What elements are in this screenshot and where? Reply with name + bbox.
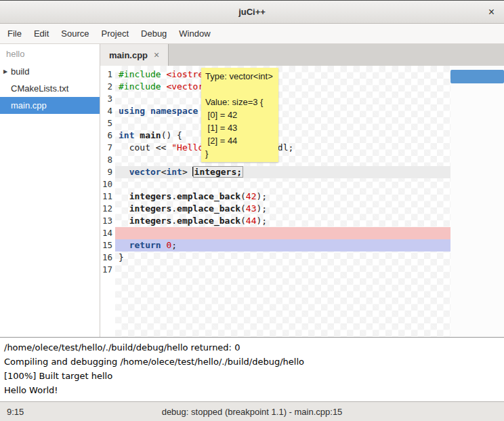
tooltip-line: [2] = 44	[205, 134, 274, 147]
cursor-position: 9:15	[7, 407, 24, 417]
tree-item-label: main.cpp	[11, 100, 47, 111]
code-area[interactable]: #include <iostream>#include <vector>usin…	[115, 66, 450, 337]
code-segment: vector	[129, 167, 161, 177]
code-line-8[interactable]	[115, 154, 450, 166]
file-tree: ▶buildCMakeLists.txtmain.cpp	[0, 63, 100, 114]
code-line-13[interactable]: integers.emplace_back(44);	[115, 215, 450, 227]
menubar: FileEditSourceProjectDebugWindow	[0, 24, 504, 44]
tab-main-cpp[interactable]: main.cpp ×	[100, 44, 169, 66]
tooltip-line: [0] = 42	[205, 108, 274, 121]
line-number: 2	[100, 81, 115, 93]
line-number: 5	[100, 117, 115, 129]
code-line-17[interactable]	[115, 264, 450, 276]
code-segment: emplace_back	[177, 203, 240, 214]
line-number: 13	[100, 215, 115, 227]
expander-icon[interactable]: ▶	[0, 68, 11, 75]
code-segment	[119, 167, 129, 177]
code-segment: 42	[246, 191, 257, 201]
code-line-1[interactable]: #include <iostream>	[115, 68, 450, 81]
tooltip-line: }	[205, 147, 274, 160]
code-segment: integers;	[193, 166, 243, 178]
code-segment: using	[119, 106, 145, 116]
titlebar[interactable]: juCi++ ×	[0, 1, 504, 24]
window-title: juCi++	[238, 7, 266, 17]
code-segment	[119, 203, 129, 214]
line-number: 15	[100, 239, 115, 252]
menu-window[interactable]: Window	[173, 24, 216, 43]
sidebar-item-main-cpp[interactable]: main.cpp	[0, 97, 100, 114]
debug-value-tooltip: Type: vector<int>Value: size=3 { [0] = 4…	[201, 68, 278, 162]
code-line-10[interactable]	[115, 178, 450, 191]
code-segment: main	[140, 130, 161, 140]
line-number: 7	[100, 142, 115, 154]
code-line-16[interactable]: }	[115, 252, 450, 264]
tab-close-icon[interactable]: ×	[154, 49, 159, 60]
code-segment	[119, 240, 129, 250]
code-segment	[145, 106, 150, 116]
scrollbar-thumb[interactable]	[450, 70, 504, 83]
code-segment: );	[257, 216, 268, 226]
menu-file[interactable]: File	[1, 24, 28, 43]
code-segment: #include	[119, 69, 166, 79]
tooltip-line	[205, 83, 274, 96]
code-segment: #include	[119, 81, 166, 92]
code-segment: (	[240, 191, 246, 201]
file-tree-sidebar: hello ▶buildCMakeLists.txtmain.cpp	[0, 44, 100, 337]
code-line-2[interactable]: #include <vector>	[115, 81, 450, 93]
code-segment: emplace_back	[177, 216, 240, 226]
scrollbar[interactable]	[450, 66, 504, 337]
sidebar-item-build[interactable]: ▶build	[0, 63, 100, 80]
code-line-4[interactable]: using namespace std;	[115, 105, 450, 117]
code-segment: .	[171, 191, 177, 201]
menu-source[interactable]: Source	[55, 24, 95, 43]
line-number: 11	[100, 191, 115, 203]
tabbar: main.cpp ×	[100, 44, 504, 66]
code-line-6[interactable]: int main() {	[115, 129, 450, 142]
statusbar: 9:15 debug: stopped (breakpoint 1.1) - m…	[0, 401, 504, 421]
tree-item-label: build	[11, 66, 29, 77]
code-segment: integers	[129, 216, 172, 226]
code-segment: >	[182, 167, 193, 177]
code-line-7[interactable]: cout << "Hello World!" << endl;	[115, 142, 450, 154]
code-segment: integers	[129, 191, 172, 201]
app-window: juCi++ × FileEditSourceProjectDebugWindo…	[0, 0, 504, 421]
close-icon[interactable]: ×	[488, 7, 495, 18]
code-line-3[interactable]	[115, 93, 450, 105]
code-segment: cout <<	[119, 142, 171, 153]
code-segment: namespace	[150, 106, 198, 116]
terminal-output[interactable]: /home/olece/test/hello/./build/debug/hel…	[0, 337, 504, 401]
code-segment: (	[240, 203, 246, 214]
code-segment: (	[240, 216, 246, 226]
terminal-line: /home/olece/test/hello/./build/debug/hel…	[4, 340, 500, 355]
line-number: 4	[100, 105, 115, 117]
line-number: 8	[100, 154, 115, 166]
line-number: 12	[100, 203, 115, 215]
menu-project[interactable]: Project	[96, 24, 135, 43]
tab-label: main.cpp	[109, 50, 148, 60]
code-segment: );	[257, 203, 268, 214]
line-number: 10	[100, 178, 115, 191]
tooltip-line: Type: vector<int>	[205, 70, 274, 83]
tooltip-line: Value: size=3 {	[205, 96, 274, 108]
tooltip-line: [1] = 43	[205, 121, 274, 134]
terminal-line: Compiling and debugging /home/olece/test…	[4, 355, 500, 369]
code-line-11[interactable]: integers.emplace_back(42);	[115, 191, 450, 203]
menu-debug[interactable]: Debug	[135, 24, 173, 43]
code-line-12[interactable]: integers.emplace_back(43);	[115, 203, 450, 215]
menu-edit[interactable]: Edit	[28, 24, 55, 43]
debug-status: debug: stopped (breakpoint 1.1) - main.c…	[162, 407, 343, 417]
code-segment: );	[257, 191, 268, 201]
line-number: 9	[100, 166, 115, 178]
code-line-15[interactable]: return 0;	[115, 239, 450, 252]
code-line-14[interactable]	[115, 227, 450, 239]
terminal-line: Hello World!	[4, 383, 500, 397]
sidebar-item-cmakelists-txt[interactable]: CMakeLists.txt	[0, 80, 100, 97]
code-segment: 44	[246, 216, 257, 226]
code-segment: int	[119, 130, 134, 140]
terminal-line: [100%] Built target hello	[4, 369, 500, 383]
code-line-9[interactable]: vector<int> integers;	[115, 166, 450, 178]
code-segment: ;	[171, 240, 177, 250]
code-segment: integers	[129, 203, 172, 214]
code-line-5[interactable]	[115, 117, 450, 129]
code-editor: 1234567891011121314151617 #include <iost…	[100, 66, 504, 337]
